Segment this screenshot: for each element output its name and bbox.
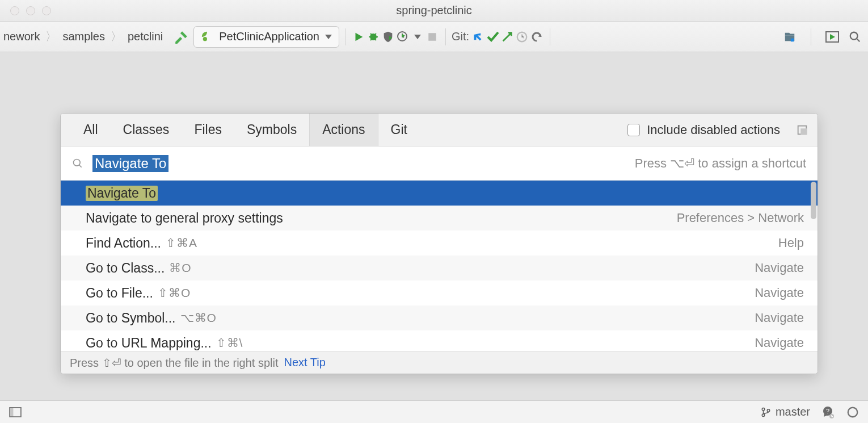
window-title: spring-petclinic [396, 4, 471, 17]
result-label: Go to Class... [86, 261, 165, 276]
result-row[interactable]: Go to URL Mapping... ⇧⌘\ Navigate [61, 330, 818, 351]
svg-point-8 [850, 32, 858, 39]
result-label: Go to Symbol... [86, 311, 176, 326]
run-anything-icon[interactable] [825, 30, 840, 44]
result-meta: Navigate [755, 336, 804, 350]
tab-files[interactable]: Files [182, 114, 234, 146]
history-clock-icon[interactable] [515, 30, 529, 44]
spring-leaf-icon [201, 31, 213, 43]
result-meta: Navigate [755, 311, 804, 325]
tab-actions[interactable]: Actions [309, 114, 378, 146]
run-config-selector[interactable]: PetClinicApplication [193, 26, 339, 48]
run-config-label: PetClinicApplication [219, 30, 319, 43]
result-shortcut: ⇧⌘\ [216, 336, 243, 350]
search-everywhere-popup: All Classes Files Symbols Actions Git In… [60, 113, 818, 374]
inspection-profile-icon[interactable]: ? [820, 405, 835, 420]
status-bar: master ? [0, 400, 868, 423]
result-row[interactable]: Find Action... ⇧⌘A Help [61, 231, 818, 256]
result-shortcut: ⇧⌘O [158, 286, 191, 300]
footer-hint: Press ⇧⏎ to open the file in the right s… [70, 356, 279, 370]
coverage-shield-icon[interactable] [381, 30, 395, 44]
chevron-right-icon: 〉 [111, 29, 122, 44]
svg-rect-10 [800, 128, 807, 135]
window-controls [0, 6, 51, 15]
project-structure-icon[interactable] [782, 30, 797, 44]
git-branch-widget[interactable]: master [761, 405, 810, 418]
result-shortcut: ⇧⌘A [166, 236, 197, 250]
breadcrumb-seg-0[interactable]: nework [0, 30, 43, 43]
profile-clock-icon[interactable] [395, 30, 410, 44]
result-row[interactable]: Navigate To [61, 181, 818, 206]
svg-rect-6 [791, 38, 794, 41]
stop-icon[interactable] [425, 30, 440, 44]
svg-point-14 [762, 408, 765, 411]
search-icon [72, 158, 83, 169]
chevron-down-icon[interactable] [410, 30, 425, 44]
breadcrumb-seg-1[interactable]: samples [59, 30, 108, 43]
chevron-down-icon [325, 35, 332, 39]
result-row[interactable]: Navigate to general proxy settings Prefe… [61, 206, 818, 231]
svg-text:?: ? [826, 408, 829, 414]
result-shortcut: ⌥⌘O [180, 311, 217, 325]
svg-rect-3 [428, 33, 436, 41]
result-row[interactable]: Go to Symbol... ⌥⌘O Navigate [61, 305, 818, 330]
memory-indicator-icon[interactable] [845, 405, 860, 420]
svg-rect-13 [10, 407, 13, 416]
git-branch-name: master [776, 405, 810, 418]
popup-tabs: All Classes Files Symbols Actions Git In… [61, 114, 818, 146]
svg-point-15 [762, 414, 765, 417]
separator [445, 28, 446, 45]
debug-bug-icon[interactable] [366, 30, 381, 44]
separator [811, 28, 811, 45]
svg-point-16 [767, 409, 770, 412]
result-row[interactable]: Go to File... ⇧⌘O Navigate [61, 280, 818, 305]
result-meta: Preferences > Network [677, 211, 804, 225]
result-shortcut: ⌘O [169, 261, 191, 275]
result-label: Find Action... [86, 236, 161, 251]
breadcrumb[interactable]: nework 〉 samples 〉 petclini [0, 29, 166, 44]
result-meta: Help [778, 236, 804, 250]
titlebar: spring-petclinic [0, 0, 868, 22]
tab-symbols[interactable]: Symbols [234, 114, 309, 146]
scrollbar-thumb[interactable] [811, 182, 816, 219]
popup-footer: Press ⇧⏎ to open the file in the right s… [61, 351, 818, 374]
main-toolbar: nework 〉 samples 〉 petclini PetClinicApp… [0, 22, 868, 52]
push-arrow-icon[interactable] [500, 30, 515, 44]
tab-git[interactable]: Git [378, 114, 420, 146]
svg-point-11 [74, 159, 81, 166]
commit-check-icon[interactable] [485, 30, 500, 44]
branch-icon [761, 406, 771, 418]
breadcrumb-seg-2[interactable]: petclini [124, 30, 166, 43]
pin-icon[interactable] [796, 124, 808, 136]
svg-point-0 [203, 37, 207, 41]
next-tip-link[interactable]: Next Tip [284, 356, 326, 369]
tab-classes[interactable]: Classes [111, 114, 182, 146]
search-icon[interactable] [848, 30, 862, 44]
chevron-right-icon: 〉 [45, 29, 57, 44]
rollback-undo-icon[interactable] [529, 30, 544, 44]
result-meta: Navigate [755, 286, 804, 300]
editor-empty-area: All Classes Files Symbols Actions Git In… [0, 53, 868, 400]
tab-all[interactable]: All [71, 114, 111, 146]
minimize-window-button[interactable] [26, 6, 35, 15]
close-window-button[interactable] [10, 6, 19, 15]
update-project-icon[interactable] [470, 30, 485, 44]
include-disabled-toggle[interactable]: Include disabled actions [627, 123, 818, 137]
result-label: Navigate to general proxy settings [86, 211, 283, 226]
result-label: Go to File... [86, 286, 153, 301]
search-input[interactable]: Navigate To [92, 155, 168, 172]
result-row[interactable]: Go to Class... ⌘O Navigate [61, 256, 818, 280]
result-meta: Navigate [755, 261, 804, 275]
results-list[interactable]: Navigate To Navigate to general proxy se… [61, 181, 818, 351]
tool-window-toggle-icon[interactable] [8, 405, 23, 420]
svg-point-19 [848, 407, 858, 417]
popup-search-bar: Navigate To Press ⌥⏎ to assign a shortcu… [61, 146, 818, 181]
hammer-build-icon[interactable] [174, 30, 189, 44]
assign-shortcut-hint: Press ⌥⏎ to assign a shortcut [635, 156, 806, 171]
run-play-icon[interactable] [351, 30, 366, 44]
separator [345, 28, 345, 45]
git-label: Git: [452, 30, 469, 43]
separator [550, 28, 550, 45]
checkbox-icon[interactable] [627, 124, 640, 136]
zoom-window-button[interactable] [42, 6, 51, 15]
